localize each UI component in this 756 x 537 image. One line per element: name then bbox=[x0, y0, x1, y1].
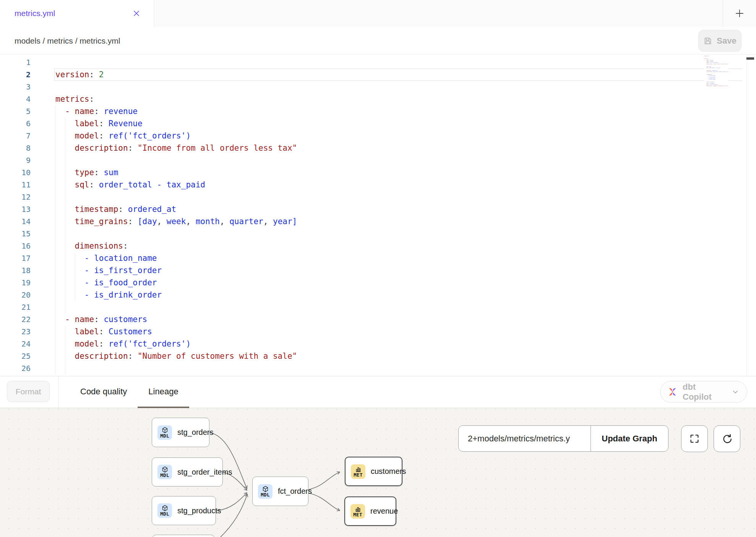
line-number: 13 bbox=[0, 203, 31, 215]
tab-lineage[interactable]: Lineage bbox=[138, 376, 189, 408]
line-number: 9 bbox=[0, 154, 31, 166]
code-line-2[interactable]: 2version: 2 bbox=[0, 68, 756, 81]
node-label: revenue bbox=[370, 507, 398, 516]
tabbar-divider bbox=[723, 0, 723, 27]
lineage-node-partial_node[interactable] bbox=[152, 535, 215, 537]
code-line-8[interactable]: 8 description: "Income from all orders l… bbox=[0, 142, 756, 154]
metric-bars-icon bbox=[355, 506, 361, 512]
model-cube-icon bbox=[262, 486, 269, 492]
node-label: stg_orders bbox=[177, 428, 214, 437]
lineage-edge-3 bbox=[221, 494, 247, 537]
tab-code-quality[interactable]: Code quality bbox=[70, 376, 138, 408]
code-editor[interactable]: 12version: 234metrics:5 - name: revenue6… bbox=[0, 55, 756, 376]
line-number: 4 bbox=[0, 93, 31, 105]
update-graph-button[interactable]: Update Graph bbox=[591, 426, 668, 451]
code-line-12[interactable]: 12 bbox=[0, 191, 756, 203]
line-number: 8 bbox=[0, 142, 31, 154]
editor-scrollbar-thumb[interactable] bbox=[746, 57, 754, 60]
graph-search-control: 2+models/metrics/metrics.y Update Graph bbox=[458, 425, 668, 452]
lineage-node-fct_orders[interactable]: MDLfct_orders bbox=[252, 477, 308, 506]
refresh-icon bbox=[722, 433, 732, 444]
line-number: 18 bbox=[0, 264, 31, 277]
lineage-edge-5 bbox=[308, 493, 340, 511]
refresh-button[interactable] bbox=[714, 425, 740, 452]
lineage-node-stg_orders[interactable]: MDLstg_orders bbox=[152, 418, 209, 447]
dbt-copilot-button[interactable]: dbt Copilot bbox=[660, 381, 747, 403]
code-line-21[interactable]: 21 bbox=[0, 301, 756, 313]
bottom-toolbar: Format Code quality Lineage dbt Copilot bbox=[0, 376, 756, 408]
lineage-node-customers[interactable]: METcustomers bbox=[345, 457, 402, 486]
code-line-6[interactable]: 6 label: Revenue bbox=[0, 117, 756, 130]
code-line-18[interactable]: 18 - is_first_order bbox=[0, 264, 756, 277]
line-number: 11 bbox=[0, 179, 31, 191]
model-badge: MDL bbox=[258, 484, 273, 499]
code-line-10[interactable]: 10 type: sum bbox=[0, 166, 756, 179]
close-icon[interactable] bbox=[133, 10, 140, 17]
code-line-7[interactable]: 7 model: ref('fct_orders') bbox=[0, 130, 756, 142]
toolbar-divider bbox=[58, 376, 58, 408]
code-line-22[interactable]: 22 - name: customers bbox=[0, 313, 756, 325]
code-line-11[interactable]: 11 sql: order_total - tax_paid bbox=[0, 179, 756, 191]
breadcrumb-row: models / metrics / metrics.yml Save bbox=[0, 27, 756, 55]
tab-label: metrics.yml bbox=[15, 9, 55, 18]
graph-search-input[interactable]: 2+models/metrics/metrics.y bbox=[459, 426, 591, 451]
node-label: stg_products bbox=[177, 506, 221, 515]
metric-badge: MET bbox=[351, 464, 365, 479]
code-line-3[interactable]: 3 bbox=[0, 81, 756, 93]
editor-minimap[interactable]: version: 2metrics: - name: revenue label… bbox=[704, 55, 728, 93]
save-icon bbox=[703, 36, 712, 46]
code-line-24[interactable]: 24 model: ref('fct_orders') bbox=[0, 338, 756, 350]
line-number: 5 bbox=[0, 105, 31, 117]
minimap-content: version: 2metrics: - name: revenue label… bbox=[704, 55, 728, 88]
new-tab-button[interactable] bbox=[731, 5, 748, 22]
node-label: stg_order_items bbox=[177, 468, 232, 477]
lineage-edge-4 bbox=[308, 472, 340, 490]
code-line-19[interactable]: 19 - is_food_order bbox=[0, 277, 756, 289]
tab-metrics-yml[interactable]: metrics.yml bbox=[0, 0, 154, 27]
code-line-16[interactable]: 16 dimensions: bbox=[0, 240, 756, 252]
badge-label: MET bbox=[354, 472, 362, 477]
dbt-ide-window: { "tabbar": { "active_tab": "metrics.yml… bbox=[0, 0, 756, 537]
line-number: 24 bbox=[0, 338, 31, 350]
format-button[interactable]: Format bbox=[7, 381, 50, 402]
model-cube-icon bbox=[162, 427, 168, 433]
save-label: Save bbox=[717, 36, 736, 46]
node-label: fct_orders bbox=[278, 487, 312, 496]
code-line-15[interactable]: 15 bbox=[0, 228, 756, 240]
line-number: 6 bbox=[0, 117, 31, 130]
code-line-26[interactable]: 26 bbox=[0, 362, 756, 374]
code-line-20[interactable]: 20 - is_drink_order bbox=[0, 289, 756, 301]
node-label: customers bbox=[371, 467, 406, 476]
line-number: 14 bbox=[0, 215, 31, 228]
fullscreen-button[interactable] bbox=[681, 425, 708, 452]
save-button[interactable]: Save bbox=[698, 30, 741, 52]
line-number: 19 bbox=[0, 277, 31, 289]
model-badge: MDL bbox=[157, 503, 172, 518]
dbt-copilot-label: dbt Copilot bbox=[683, 382, 727, 402]
code-line-23[interactable]: 23 label: Customers bbox=[0, 325, 756, 338]
code-line-25[interactable]: 25 description: "Number of customers wit… bbox=[0, 350, 756, 362]
badge-label: MDL bbox=[160, 433, 169, 438]
code-line-1[interactable]: 1 bbox=[0, 56, 756, 68]
badge-label: MET bbox=[353, 512, 362, 517]
model-cube-icon bbox=[162, 505, 168, 511]
line-number: 25 bbox=[0, 350, 31, 362]
lineage-node-stg_products[interactable]: MDLstg_products bbox=[152, 496, 216, 525]
line-number: 21 bbox=[0, 301, 31, 313]
fullscreen-icon bbox=[689, 433, 700, 444]
line-number: 2 bbox=[0, 68, 31, 81]
code-line-14[interactable]: 14 time_grains: [day, week, month, quart… bbox=[0, 215, 756, 228]
code-line-5[interactable]: 5 - name: revenue bbox=[0, 105, 756, 117]
editor-scrollbar-track[interactable] bbox=[746, 55, 747, 376]
model-badge: MDL bbox=[157, 465, 172, 479]
line-number: 20 bbox=[0, 289, 31, 301]
code-line-4[interactable]: 4metrics: bbox=[0, 93, 756, 105]
lineage-node-revenue[interactable]: METrevenue bbox=[344, 496, 396, 526]
code-line-13[interactable]: 13 timestamp: ordered_at bbox=[0, 203, 756, 215]
model-badge: MDL bbox=[157, 425, 172, 440]
code-line-17[interactable]: 17 - location_name bbox=[0, 252, 756, 264]
badge-label: MDL bbox=[261, 492, 269, 497]
lineage-canvas[interactable]: MDLstg_ordersMDLstg_order_itemsMDLstg_pr… bbox=[0, 408, 756, 537]
lineage-node-stg_order_items[interactable]: MDLstg_order_items bbox=[152, 457, 223, 487]
code-line-9[interactable]: 9 bbox=[0, 154, 756, 166]
